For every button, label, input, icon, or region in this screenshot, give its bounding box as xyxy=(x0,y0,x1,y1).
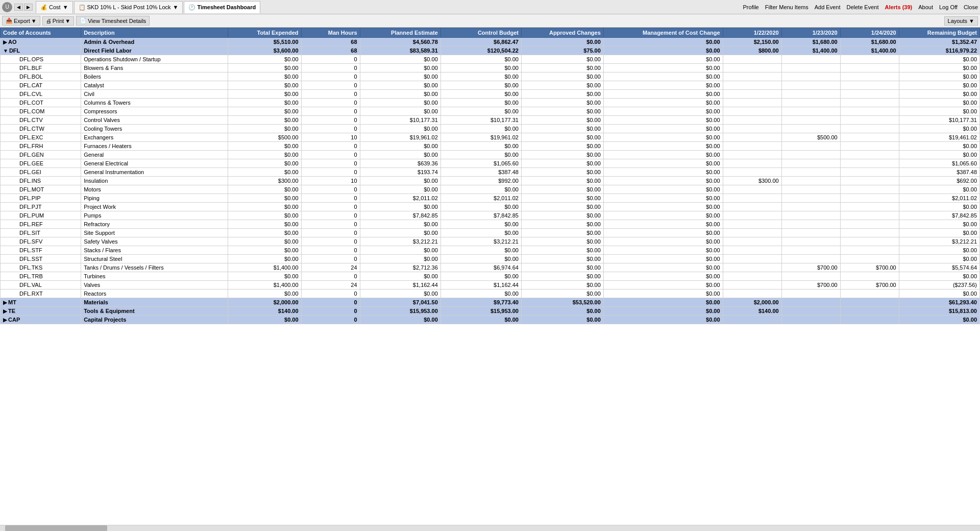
filter-menu-link[interactable]: Filter Menu Items xyxy=(765,4,808,10)
profile-link[interactable]: Profile xyxy=(743,4,759,10)
cell-approved-changes: $0.00 xyxy=(521,159,603,168)
sub-code-text: DFL.BLF xyxy=(15,65,42,71)
cell-d1 xyxy=(723,159,781,168)
expand-icon[interactable]: ▶ xyxy=(3,317,7,323)
cell-code: DFL.EXC xyxy=(1,133,81,142)
cell-planned-est: $3,212.21 xyxy=(360,237,440,246)
cell-planned-est: $0.00 xyxy=(360,316,440,324)
log-off-link[interactable]: Log Off xyxy=(939,4,958,10)
cell-d3 xyxy=(840,246,899,255)
cell-code: DFL.BOL xyxy=(1,73,81,81)
view-timesheet-button[interactable]: 📄 View Timesheet Details xyxy=(76,16,150,26)
export-button[interactable]: 📤 Export ▼ xyxy=(2,16,40,26)
cell-planned-est: $0.00 xyxy=(360,64,440,73)
layouts-dropdown-icon[interactable]: ▼ xyxy=(969,18,974,24)
cell-total-exp: $0.00 xyxy=(228,151,301,159)
sub-code-text: DFL.MOT xyxy=(15,186,44,192)
cell-total-exp: $2,000.00 xyxy=(228,298,301,307)
table-row: DFL.PUMPumps$0.000$7,842.85$7,842.85$0.0… xyxy=(1,211,980,220)
cell-d2: $500.00 xyxy=(781,133,840,142)
cell-desc: Refractory xyxy=(81,220,228,229)
sub-code-text: DFL.CAT xyxy=(15,82,42,88)
cell-code: DFL.CTW xyxy=(1,125,81,133)
scrollbar-thumb[interactable] xyxy=(5,525,107,530)
back-arrow[interactable]: ◀ xyxy=(14,4,23,11)
col-total-exp: Total Expended xyxy=(228,28,301,38)
cell-mgmt-cost: $0.00 xyxy=(603,99,723,107)
cell-desc: Catalyst xyxy=(81,81,228,90)
cell-total-exp: $1,400.00 xyxy=(228,263,301,272)
cell-remaining: $116,979.22 xyxy=(899,46,979,55)
cell-d2 xyxy=(781,125,840,133)
tab-cost-label: Cost xyxy=(49,4,61,10)
alerts-button[interactable]: Alerts (39) xyxy=(885,4,912,10)
tab-cost[interactable]: 💰 Cost ▼ xyxy=(36,1,73,13)
layouts-button[interactable]: Layouts ▼ xyxy=(944,16,978,26)
expand-icon[interactable]: ▼ xyxy=(3,48,8,54)
cell-desc: Capital Projects xyxy=(81,316,228,324)
cell-remaining: $0.00 xyxy=(899,81,979,90)
tab-timesheet[interactable]: 🕐 Timesheet Dashboard xyxy=(184,1,260,13)
cell-desc: Cooling Towers xyxy=(81,125,228,133)
cell-remaining: $0.00 xyxy=(899,125,979,133)
table-row: DFL.VALValves$1,400.0024$1,162.44$1,162.… xyxy=(1,281,980,289)
cell-mgmt-cost: $0.00 xyxy=(603,133,723,142)
cell-d2 xyxy=(781,203,840,211)
cell-desc: General xyxy=(81,151,228,159)
table-row: DFL.STFStacks / Flares$0.000$0.00$0.00$0… xyxy=(1,246,980,255)
tab-skd-dropdown[interactable]: ▼ xyxy=(173,4,179,10)
cell-d3 xyxy=(840,237,899,246)
cell-mgmt-cost: $0.00 xyxy=(603,55,723,64)
cell-planned-est: $0.00 xyxy=(360,255,440,263)
tab-timesheet-label: Timesheet Dashboard xyxy=(197,4,256,10)
cell-d1 xyxy=(723,107,781,116)
cell-d1: $300.00 xyxy=(723,177,781,185)
cell-man-hours: 0 xyxy=(301,185,360,194)
export-dropdown-icon[interactable]: ▼ xyxy=(31,18,37,24)
cell-code: DFL.PIP xyxy=(1,194,81,203)
print-dropdown-icon[interactable]: ▼ xyxy=(65,18,70,24)
horizontal-scrollbar[interactable] xyxy=(0,525,980,530)
tab-skd[interactable]: 📋 SKD 10% L - Skid Post 10% Lock ▼ xyxy=(74,1,183,13)
cell-approved-changes: $53,520.00 xyxy=(521,298,603,307)
sub-code-text: DFL.PJT xyxy=(15,204,41,210)
cell-planned-est: $0.00 xyxy=(360,177,440,185)
cell-approved-changes: $0.00 xyxy=(521,133,603,142)
cell-remaining: $0.00 xyxy=(899,151,979,159)
print-button[interactable]: 🖨 Print ▼ xyxy=(42,16,75,26)
cell-man-hours: 0 xyxy=(301,194,360,203)
add-event-link[interactable]: Add Event xyxy=(815,4,841,10)
cell-d2 xyxy=(781,307,840,316)
about-link[interactable]: About xyxy=(918,4,933,10)
cell-remaining: $0.00 xyxy=(899,220,979,229)
sub-code-text: DFL.GEE xyxy=(15,160,43,166)
expand-icon[interactable]: ▶ xyxy=(3,300,7,305)
cell-desc: Boilers xyxy=(81,73,228,81)
cell-remaining: $0.00 xyxy=(899,107,979,116)
sub-code-text: DFL.CTV xyxy=(15,117,43,123)
nav-right-links: Profile Filter Menu Items Add Event Dele… xyxy=(743,4,978,10)
cell-d1 xyxy=(723,211,781,220)
forward-arrow[interactable]: ▶ xyxy=(24,4,33,11)
cell-d1 xyxy=(723,64,781,73)
cell-control-budget: $15,953.00 xyxy=(440,307,521,316)
expand-icon[interactable]: ▶ xyxy=(3,39,7,45)
tab-cost-dropdown[interactable]: ▼ xyxy=(63,4,68,10)
cell-mgmt-cost: $0.00 xyxy=(603,142,723,151)
cell-planned-est: $193.74 xyxy=(360,168,440,177)
cell-mgmt-cost: $0.00 xyxy=(603,38,723,46)
table-row: DFL.SFVSafety Valves$0.000$3,212.21$3,21… xyxy=(1,237,980,246)
delete-event-link[interactable]: Delete Event xyxy=(846,4,878,10)
cell-remaining: $1,352.47 xyxy=(899,38,979,46)
col-approved-changes: Approved Changes xyxy=(521,28,603,38)
table-row: DFL.CVLCivil$0.000$0.00$0.00$0.00$0.00$0… xyxy=(1,90,980,99)
cell-code: ▶TE xyxy=(1,307,81,316)
cell-d2 xyxy=(781,81,840,90)
close-link[interactable]: Close xyxy=(964,4,978,10)
cell-approved-changes: $0.00 xyxy=(521,272,603,281)
cell-d1: $140.00 xyxy=(723,307,781,316)
expand-icon[interactable]: ▶ xyxy=(3,308,7,314)
print-icon: 🖨 xyxy=(46,18,52,24)
table-row: DFL.RXTReactors$0.000$0.00$0.00$0.00$0.0… xyxy=(1,289,980,298)
cell-total-exp: $0.00 xyxy=(228,211,301,220)
